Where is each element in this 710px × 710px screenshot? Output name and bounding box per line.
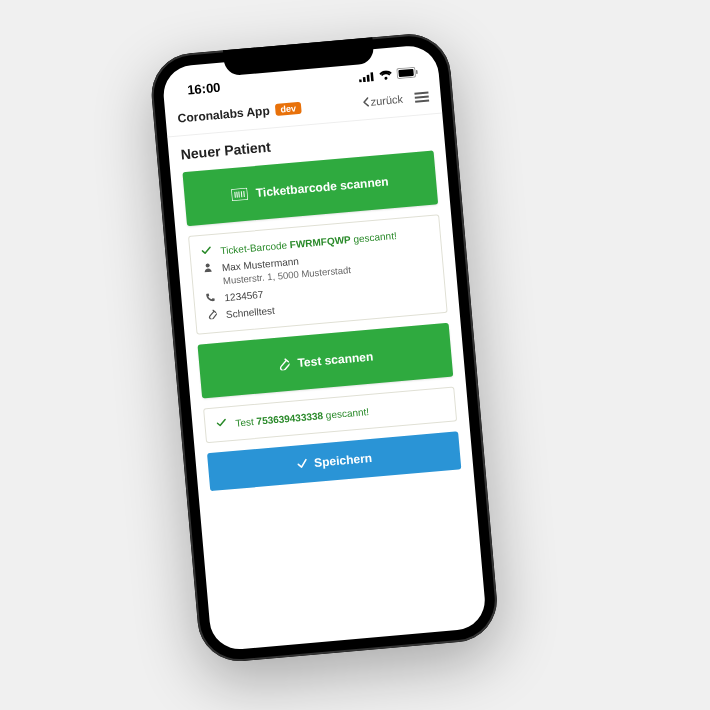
test-scanned-text: Test 753639433338 gescannt! <box>235 399 445 430</box>
svg-line-10 <box>239 191 240 197</box>
app-title-wrap: Coronalabs App dev <box>177 100 301 125</box>
battery-icon <box>396 66 419 79</box>
person-icon <box>201 262 214 273</box>
svg-rect-5 <box>398 69 414 77</box>
check-icon <box>200 245 213 256</box>
back-label: zurück <box>370 92 403 107</box>
scan-test-button[interactable]: Test scannen <box>198 323 454 399</box>
svg-rect-6 <box>416 70 418 74</box>
svg-line-9 <box>237 192 238 198</box>
scan-test-label: Test scannen <box>297 350 374 371</box>
dev-badge: dev <box>275 101 301 115</box>
svg-rect-3 <box>370 72 373 81</box>
scan-ticket-button[interactable]: Ticketbarcode scannen <box>182 150 438 226</box>
app-title: Coronalabs App <box>177 103 270 125</box>
check-icon <box>215 418 228 429</box>
vial-icon <box>277 358 290 371</box>
svg-rect-2 <box>367 74 370 81</box>
check-icon <box>296 458 309 471</box>
vial-icon <box>206 309 219 320</box>
phone-frame: 16:00 Coronalabs App dev <box>148 31 500 665</box>
barcode-icon <box>231 188 248 201</box>
cellular-signal-icon <box>358 71 375 82</box>
svg-line-11 <box>242 191 243 197</box>
scan-ticket-label: Ticketbarcode scannen <box>255 174 389 200</box>
screen: 16:00 Coronalabs App dev <box>161 44 487 652</box>
svg-point-13 <box>205 263 209 267</box>
svg-line-12 <box>244 191 245 197</box>
chevron-left-icon <box>362 96 369 106</box>
svg-line-8 <box>235 192 236 198</box>
svg-rect-0 <box>359 79 362 82</box>
ticket-info-card: Ticket-Barcode FWRMFQWP gescannt! Max Mu… <box>188 214 448 335</box>
wifi-icon <box>378 69 393 80</box>
phone-icon <box>204 292 217 303</box>
save-label: Speichern <box>314 451 373 470</box>
back-button[interactable]: zurück <box>362 92 403 107</box>
menu-icon[interactable] <box>414 91 429 102</box>
status-time: 16:00 <box>187 80 221 98</box>
svg-rect-1 <box>363 77 366 82</box>
save-button[interactable]: Speichern <box>207 432 461 492</box>
page-content: Neuer Patient Ticketbarcode scannen Tick… <box>167 113 474 502</box>
